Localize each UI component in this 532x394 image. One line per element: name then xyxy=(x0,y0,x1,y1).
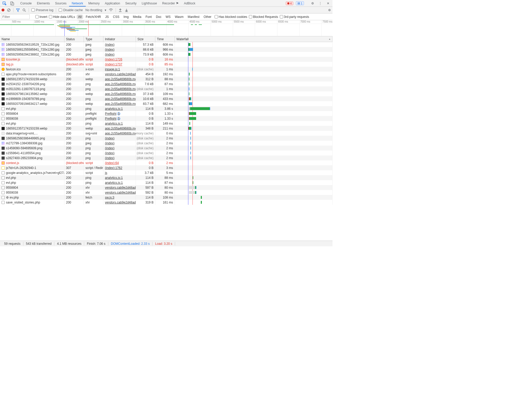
filter-type-media[interactable]: Media xyxy=(131,15,143,19)
tab-console[interactable]: Console xyxy=(18,0,34,6)
timeline-overview[interactable]: 500 ms1000 ms1500 ms2000 ms2500 ms3000 m… xyxy=(0,20,332,36)
initiator-link[interactable]: Preflight xyxy=(105,117,116,120)
has-blocked-cookies-checkbox[interactable]: Has blocked cookies xyxy=(215,15,247,19)
initiator-link[interactable]: (index) xyxy=(105,141,115,145)
initiator-link[interactable]: app.2c55a469680b.mo.js:1 xyxy=(105,87,136,91)
table-row[interactable]: m2534152-1538704209.png200pngapp.2c55a46… xyxy=(0,81,332,86)
initiator-link[interactable]: (index) xyxy=(105,48,115,51)
table-row[interactable]: 16659267981341​35962.webp200webpapp.2c55… xyxy=(0,91,332,96)
table-row[interactable]: js?id=UA-28292940-1307script / Redirect(… xyxy=(0,165,332,170)
disable-cache-checkbox[interactable]: Disable cache xyxy=(59,8,83,12)
filter-icon[interactable] xyxy=(16,8,20,12)
gear-icon[interactable]: ⚙ xyxy=(328,8,331,12)
table-row[interactable]: 16658625603864​49965.png200png(index)(di… xyxy=(0,136,332,141)
gear-icon[interactable]: ⚙ xyxy=(309,2,316,5)
filter-type-css[interactable]: CSS xyxy=(111,15,121,19)
table-row[interactable]: ajax.php?route=recent-subscriptions200xh… xyxy=(0,72,332,77)
col-status[interactable]: Status xyxy=(64,36,84,42)
filter-type-other[interactable]: Other xyxy=(202,15,213,19)
filter-type-fetchxhr[interactable]: Fetch/XHR xyxy=(84,15,103,19)
filter-type-manifest[interactable]: Manifest xyxy=(186,15,201,19)
table-row[interactable]: 16659259592942​38802_720x1280.jpg200jpeg… xyxy=(0,52,332,57)
table-row[interactable]: evl.php200pinganalytics.js:1114 B88 ms xyxy=(0,175,332,180)
initiator-link[interactable]: (index) xyxy=(105,43,115,46)
table-row[interactable]: s1459090-594695609.png200png(index)(disk… xyxy=(0,146,332,151)
filter-type-doc[interactable]: Doc xyxy=(154,15,163,19)
table-row[interactable]: s2827400-265233904.png200png(index)(disk… xyxy=(0,155,332,160)
table-row[interactable]: tcounter.js(blocked:other)script(index):… xyxy=(0,57,332,62)
messages-badge[interactable]: ▤1 xyxy=(296,1,304,5)
preserve-log-checkbox[interactable]: Preserve log xyxy=(31,8,53,12)
tab-network[interactable]: Network xyxy=(69,0,86,6)
initiator-link[interactable]: analytics.js:1 xyxy=(105,181,123,185)
table-row[interactable]: evl.php200pinganalytics.js:1114 B149 ms xyxy=(0,121,332,126)
initiator-link[interactable]: app.2c55a469680b.mo.js:1 xyxy=(105,127,136,130)
search-icon[interactable] xyxy=(22,8,26,12)
initiator-link[interactable]: (index) xyxy=(105,151,115,155)
filter-type-font[interactable]: Font xyxy=(144,15,153,19)
tab-sources[interactable]: Sources xyxy=(52,0,69,6)
initiator-link[interactable]: analytics.js:1 xyxy=(105,176,123,180)
col-time[interactable]: Time xyxy=(155,36,175,42)
table-row[interactable]: 9558804200preflightPreflight⇅0 B1.33 s xyxy=(0,111,332,116)
tab-recorder-[interactable]: Recorder ⚑ xyxy=(159,0,181,6)
initiator-link[interactable]: js xyxy=(105,171,107,175)
record-button[interactable] xyxy=(2,9,4,11)
clear-icon[interactable] xyxy=(7,8,11,12)
table-row[interactable]: 16659258592943​19529_720x1280.jpg200jpeg… xyxy=(0,42,332,47)
initiator-link[interactable]: analytics.js:1 xyxy=(105,122,123,125)
table-row[interactable]: 9559038200xhrvendors.cab9e2d48ad8.mo.js:… xyxy=(0,190,332,195)
device-toggle-icon[interactable] xyxy=(9,1,16,5)
initiator-link[interactable]: analytics.js:1 xyxy=(105,107,123,111)
tab-lighthouse[interactable]: Lighthouse xyxy=(139,0,160,6)
table-row[interactable]: context.js(blocked:other)script(index):6… xyxy=(0,160,332,165)
initiator-link[interactable]: (index) xyxy=(105,137,115,140)
table-row[interactable]: tag.js(blocked:other)script(index):17370… xyxy=(0,62,332,67)
initiator-link[interactable]: sw.js:3 xyxy=(105,196,114,199)
initiator-link[interactable]: app.2c55a469680b.mo.js:1 xyxy=(105,77,136,81)
initiator-link[interactable]: vendors.cab9e2d48ad8.mo.js:2 xyxy=(105,72,136,76)
initiator-link[interactable]: inpage.js:1 xyxy=(105,67,120,71)
filter-type-all[interactable]: All xyxy=(77,15,83,19)
filter-input[interactable] xyxy=(1,14,30,19)
blocked-requests-checkbox[interactable]: Blocked Requests xyxy=(249,15,278,19)
chevron-down-icon[interactable]: ▾ xyxy=(105,8,106,12)
initiator-link[interactable]: (index) xyxy=(105,53,115,56)
table-row[interactable]: 9558804200xhrvendors.cab9e2d48ad8.mo.js:… xyxy=(0,185,332,190)
table-row[interactable]: 16659123571741​53159.webp200webpapp.2c55… xyxy=(0,126,332,131)
initiator-link[interactable]: (index):1762 xyxy=(105,166,122,170)
table-row[interactable]: evl.php200pinganalytics.js:1114 B87 ms xyxy=(0,180,332,185)
table-row[interactable]: ⚙ ev.php200fetchsw.js:3114 B108 ms xyxy=(0,195,332,200)
table-row[interactable]: 16659207091946​34217.webp200webpapp.2c55… xyxy=(0,101,332,106)
initiator-link[interactable]: (index):64 xyxy=(105,161,119,165)
upload-icon[interactable] xyxy=(118,8,122,12)
initiator-link[interactable]: (index) xyxy=(105,156,115,160)
download-icon[interactable] xyxy=(125,8,128,12)
initiator-link[interactable]: (index) xyxy=(105,146,115,150)
table-row[interactable]: 16659123571741​53159.webp200webpapp.2c55… xyxy=(0,77,332,81)
filter-type-img[interactable]: Img xyxy=(122,15,130,19)
initiator-link[interactable]: app.2c55a469680b.mo.js:1 xyxy=(105,132,136,135)
table-row[interactable]: m1999809-1543978789.png200pngapp.2c55a46… xyxy=(0,96,332,101)
invert-checkbox[interactable]: Invert xyxy=(35,15,47,19)
initiator-link[interactable]: (index):1737 xyxy=(105,63,122,66)
table-row[interactable]: evl.php200pinganalytics.js:1114 B3.86 s xyxy=(0,106,332,111)
wifi-icon[interactable] xyxy=(109,8,113,12)
col-name[interactable]: Name xyxy=(0,36,64,42)
initiator-link[interactable]: app.2c55a469680b.mo.js:1 xyxy=(105,82,136,86)
throttling-select[interactable]: No throttling xyxy=(85,8,102,12)
table-row[interactable]: 9559038200preflightPreflight⇅0 B1.33 s xyxy=(0,116,332,121)
third-party-checkbox[interactable]: 3rd-party requests xyxy=(280,15,309,19)
filter-type-ws[interactable]: WS xyxy=(164,15,172,19)
initiator-link[interactable]: vendors.cab9e2d48ad8.mo.js:2 xyxy=(105,201,136,204)
tab-application[interactable]: Application xyxy=(102,0,123,6)
table-row[interactable]: favicon.ico200x-iconinpage.js:1(disk cac… xyxy=(0,67,332,72)
table-row[interactable]: m272799-1384369308.jpg200jpeg(index)(dis… xyxy=(0,141,332,146)
close-icon[interactable]: ✕ xyxy=(325,2,331,5)
initiator-link[interactable]: (index):1726 xyxy=(105,58,122,61)
table-row[interactable]: s1559641-41185554.png200png(index)(disk … xyxy=(0,151,332,155)
filter-type-wasm[interactable]: Wasm xyxy=(173,15,185,19)
initiator-link[interactable]: Preflight xyxy=(105,112,116,116)
table-row[interactable]: m3513291-1160767119.png200pngapp.2c55a46… xyxy=(0,86,332,91)
table-row[interactable]: google-analytics_analytics.js?secret=gf2… xyxy=(0,170,332,175)
